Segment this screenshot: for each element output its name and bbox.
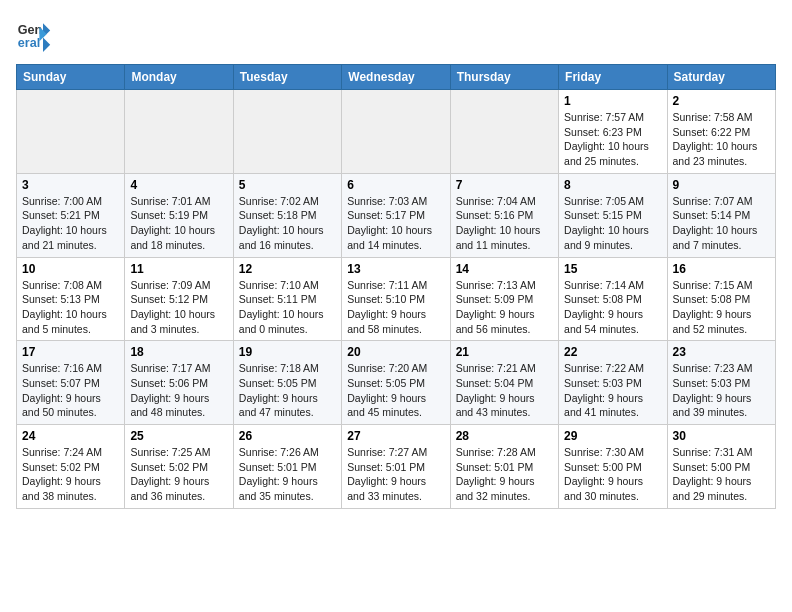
day-number: 30 <box>673 429 770 443</box>
calendar-cell: 19Sunrise: 7:18 AM Sunset: 5:05 PM Dayli… <box>233 341 341 425</box>
day-info: Sunrise: 7:16 AM Sunset: 5:07 PM Dayligh… <box>22 361 119 420</box>
day-info: Sunrise: 7:14 AM Sunset: 5:08 PM Dayligh… <box>564 278 661 337</box>
day-info: Sunrise: 7:24 AM Sunset: 5:02 PM Dayligh… <box>22 445 119 504</box>
calendar-cell <box>450 90 558 174</box>
page-header: Gen eral <box>16 16 776 52</box>
calendar-week-row: 17Sunrise: 7:16 AM Sunset: 5:07 PM Dayli… <box>17 341 776 425</box>
day-number: 11 <box>130 262 227 276</box>
calendar-cell: 10Sunrise: 7:08 AM Sunset: 5:13 PM Dayli… <box>17 257 125 341</box>
day-number: 8 <box>564 178 661 192</box>
day-number: 18 <box>130 345 227 359</box>
day-header-friday: Friday <box>559 65 667 90</box>
day-info: Sunrise: 7:30 AM Sunset: 5:00 PM Dayligh… <box>564 445 661 504</box>
day-info: Sunrise: 7:05 AM Sunset: 5:15 PM Dayligh… <box>564 194 661 253</box>
logo: Gen eral <box>16 16 56 52</box>
day-number: 2 <box>673 94 770 108</box>
day-info: Sunrise: 7:03 AM Sunset: 5:17 PM Dayligh… <box>347 194 444 253</box>
calendar-cell: 4Sunrise: 7:01 AM Sunset: 5:19 PM Daylig… <box>125 173 233 257</box>
calendar-cell: 13Sunrise: 7:11 AM Sunset: 5:10 PM Dayli… <box>342 257 450 341</box>
day-number: 19 <box>239 345 336 359</box>
calendar-cell: 8Sunrise: 7:05 AM Sunset: 5:15 PM Daylig… <box>559 173 667 257</box>
calendar-week-row: 1Sunrise: 7:57 AM Sunset: 6:23 PM Daylig… <box>17 90 776 174</box>
day-number: 5 <box>239 178 336 192</box>
calendar-cell: 12Sunrise: 7:10 AM Sunset: 5:11 PM Dayli… <box>233 257 341 341</box>
day-number: 17 <box>22 345 119 359</box>
calendar-cell: 21Sunrise: 7:21 AM Sunset: 5:04 PM Dayli… <box>450 341 558 425</box>
day-info: Sunrise: 7:23 AM Sunset: 5:03 PM Dayligh… <box>673 361 770 420</box>
calendar-cell: 6Sunrise: 7:03 AM Sunset: 5:17 PM Daylig… <box>342 173 450 257</box>
calendar-cell: 25Sunrise: 7:25 AM Sunset: 5:02 PM Dayli… <box>125 425 233 509</box>
day-number: 26 <box>239 429 336 443</box>
svg-marker-2 <box>43 23 50 52</box>
day-info: Sunrise: 7:58 AM Sunset: 6:22 PM Dayligh… <box>673 110 770 169</box>
calendar-cell: 2Sunrise: 7:58 AM Sunset: 6:22 PM Daylig… <box>667 90 775 174</box>
calendar-week-row: 10Sunrise: 7:08 AM Sunset: 5:13 PM Dayli… <box>17 257 776 341</box>
calendar-cell: 11Sunrise: 7:09 AM Sunset: 5:12 PM Dayli… <box>125 257 233 341</box>
calendar-week-row: 3Sunrise: 7:00 AM Sunset: 5:21 PM Daylig… <box>17 173 776 257</box>
day-number: 10 <box>22 262 119 276</box>
calendar-cell: 14Sunrise: 7:13 AM Sunset: 5:09 PM Dayli… <box>450 257 558 341</box>
day-info: Sunrise: 7:18 AM Sunset: 5:05 PM Dayligh… <box>239 361 336 420</box>
calendar-cell: 5Sunrise: 7:02 AM Sunset: 5:18 PM Daylig… <box>233 173 341 257</box>
day-number: 1 <box>564 94 661 108</box>
calendar-cell: 27Sunrise: 7:27 AM Sunset: 5:01 PM Dayli… <box>342 425 450 509</box>
day-info: Sunrise: 7:08 AM Sunset: 5:13 PM Dayligh… <box>22 278 119 337</box>
day-number: 21 <box>456 345 553 359</box>
day-info: Sunrise: 7:02 AM Sunset: 5:18 PM Dayligh… <box>239 194 336 253</box>
day-info: Sunrise: 7:17 AM Sunset: 5:06 PM Dayligh… <box>130 361 227 420</box>
day-info: Sunrise: 7:01 AM Sunset: 5:19 PM Dayligh… <box>130 194 227 253</box>
day-number: 7 <box>456 178 553 192</box>
day-info: Sunrise: 7:21 AM Sunset: 5:04 PM Dayligh… <box>456 361 553 420</box>
day-info: Sunrise: 7:27 AM Sunset: 5:01 PM Dayligh… <box>347 445 444 504</box>
day-info: Sunrise: 7:00 AM Sunset: 5:21 PM Dayligh… <box>22 194 119 253</box>
day-header-saturday: Saturday <box>667 65 775 90</box>
calendar-cell: 9Sunrise: 7:07 AM Sunset: 5:14 PM Daylig… <box>667 173 775 257</box>
day-number: 12 <box>239 262 336 276</box>
day-info: Sunrise: 7:15 AM Sunset: 5:08 PM Dayligh… <box>673 278 770 337</box>
logo-icon: Gen eral <box>16 16 52 52</box>
day-number: 6 <box>347 178 444 192</box>
day-number: 27 <box>347 429 444 443</box>
day-number: 15 <box>564 262 661 276</box>
day-info: Sunrise: 7:20 AM Sunset: 5:05 PM Dayligh… <box>347 361 444 420</box>
calendar-cell: 15Sunrise: 7:14 AM Sunset: 5:08 PM Dayli… <box>559 257 667 341</box>
day-info: Sunrise: 7:26 AM Sunset: 5:01 PM Dayligh… <box>239 445 336 504</box>
day-number: 14 <box>456 262 553 276</box>
day-info: Sunrise: 7:09 AM Sunset: 5:12 PM Dayligh… <box>130 278 227 337</box>
day-info: Sunrise: 7:07 AM Sunset: 5:14 PM Dayligh… <box>673 194 770 253</box>
day-info: Sunrise: 7:22 AM Sunset: 5:03 PM Dayligh… <box>564 361 661 420</box>
day-header-wednesday: Wednesday <box>342 65 450 90</box>
day-number: 3 <box>22 178 119 192</box>
calendar-cell: 26Sunrise: 7:26 AM Sunset: 5:01 PM Dayli… <box>233 425 341 509</box>
day-header-tuesday: Tuesday <box>233 65 341 90</box>
day-info: Sunrise: 7:11 AM Sunset: 5:10 PM Dayligh… <box>347 278 444 337</box>
calendar-cell: 7Sunrise: 7:04 AM Sunset: 5:16 PM Daylig… <box>450 173 558 257</box>
calendar-cell <box>125 90 233 174</box>
day-number: 16 <box>673 262 770 276</box>
day-number: 29 <box>564 429 661 443</box>
day-number: 25 <box>130 429 227 443</box>
calendar-cell <box>233 90 341 174</box>
day-number: 13 <box>347 262 444 276</box>
day-number: 9 <box>673 178 770 192</box>
day-info: Sunrise: 7:13 AM Sunset: 5:09 PM Dayligh… <box>456 278 553 337</box>
calendar-cell: 3Sunrise: 7:00 AM Sunset: 5:21 PM Daylig… <box>17 173 125 257</box>
day-number: 20 <box>347 345 444 359</box>
day-header-sunday: Sunday <box>17 65 125 90</box>
calendar-cell: 18Sunrise: 7:17 AM Sunset: 5:06 PM Dayli… <box>125 341 233 425</box>
calendar-cell: 16Sunrise: 7:15 AM Sunset: 5:08 PM Dayli… <box>667 257 775 341</box>
calendar-cell: 30Sunrise: 7:31 AM Sunset: 5:00 PM Dayli… <box>667 425 775 509</box>
day-number: 28 <box>456 429 553 443</box>
calendar-cell <box>17 90 125 174</box>
calendar-week-row: 24Sunrise: 7:24 AM Sunset: 5:02 PM Dayli… <box>17 425 776 509</box>
day-header-thursday: Thursday <box>450 65 558 90</box>
calendar-cell: 28Sunrise: 7:28 AM Sunset: 5:01 PM Dayli… <box>450 425 558 509</box>
calendar-cell: 1Sunrise: 7:57 AM Sunset: 6:23 PM Daylig… <box>559 90 667 174</box>
calendar-cell: 17Sunrise: 7:16 AM Sunset: 5:07 PM Dayli… <box>17 341 125 425</box>
day-info: Sunrise: 7:57 AM Sunset: 6:23 PM Dayligh… <box>564 110 661 169</box>
calendar-cell: 23Sunrise: 7:23 AM Sunset: 5:03 PM Dayli… <box>667 341 775 425</box>
day-number: 23 <box>673 345 770 359</box>
calendar-header-row: SundayMondayTuesdayWednesdayThursdayFrid… <box>17 65 776 90</box>
calendar-cell: 22Sunrise: 7:22 AM Sunset: 5:03 PM Dayli… <box>559 341 667 425</box>
day-info: Sunrise: 7:04 AM Sunset: 5:16 PM Dayligh… <box>456 194 553 253</box>
